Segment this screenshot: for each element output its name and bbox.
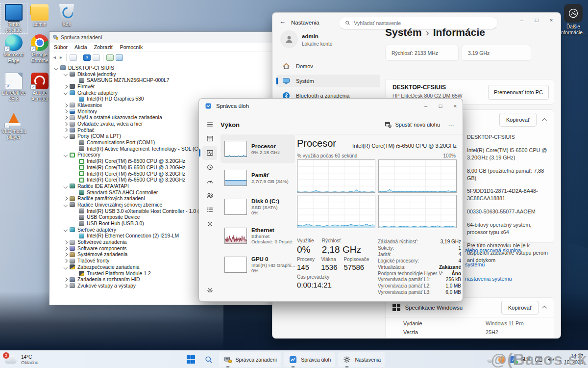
close-button[interactable]: × <box>544 13 559 27</box>
rename-pc-button[interactable]: Premenovať toto PC <box>488 85 549 100</box>
chevron-icon[interactable] <box>63 260 69 263</box>
perf-item-cpu[interactable]: Procesor0% 2,18 GHz <box>220 135 295 163</box>
chevron-icon[interactable] <box>63 123 69 126</box>
chevron-icon[interactable] <box>63 253 69 256</box>
minimize-button[interactable]: – <box>514 13 529 27</box>
forward-icon[interactable]: ► <box>59 55 63 60</box>
chevron-icon[interactable] <box>63 247 69 250</box>
chevron-up-icon[interactable] <box>542 306 547 311</box>
close-button[interactable]: × <box>448 99 463 113</box>
maximize-button[interactable]: □ <box>433 99 448 113</box>
desktop-icon-spotlight[interactable]: Ďalšie informácie... <box>558 4 588 35</box>
chevron-icon[interactable] <box>63 197 69 200</box>
tree-item[interactable]: Grafické adaptéry <box>49 90 273 96</box>
scan-hardware-icon[interactable] <box>106 54 114 61</box>
task-manager-window: Správca úloh – □ × Výkon Spustiť novú úl… <box>198 98 463 302</box>
chevron-icon[interactable] <box>63 266 69 269</box>
chevron-icon[interactable] <box>63 185 69 188</box>
chevron-icon[interactable] <box>63 73 69 76</box>
notification-badge: 2 <box>3 352 9 359</box>
tree-item-label: Myši a ostatné ukazovacie zariadenia <box>77 115 162 120</box>
tree-item[interactable]: DESKTOP-CFSIUIS <box>49 65 273 71</box>
chevron-icon[interactable] <box>63 204 69 207</box>
more-options-button[interactable]: ... <box>445 118 458 131</box>
perf-item-disk[interactable]: Disk 0 (C:)SSD (SATA)0% <box>220 193 295 221</box>
menu-item[interactable]: Zobraziť <box>91 44 117 50</box>
desktop-icon-recycle[interactable]: Kôš <box>54 4 79 27</box>
details-icon[interactable] <box>202 203 217 217</box>
desktop-icon-vlc[interactable]: ↗VLC media player <box>1 111 26 140</box>
chevron-icon[interactable] <box>63 116 69 119</box>
chevron-icon[interactable] <box>53 67 59 70</box>
stat-label: Využitie <box>297 238 314 243</box>
tree-item[interactable]: Firmvér <box>49 83 273 90</box>
search-button[interactable] <box>201 352 216 367</box>
sidebar-item-system[interactable]: Systém <box>276 75 380 87</box>
maximize-button[interactable]: □ <box>529 13 544 27</box>
list-view-icon[interactable] <box>70 54 77 61</box>
desktop-icon-admin[interactable]: admin <box>27 4 52 27</box>
start-button[interactable] <box>183 352 198 367</box>
back-icon[interactable]: ◄ <box>52 55 57 60</box>
chevron-icon[interactable] <box>63 135 69 138</box>
perf-item-eth[interactable]: EthernetEthernetOdoslané: 0 Prijaté: 16,… <box>220 222 295 250</box>
chevron-up-icon[interactable] <box>542 118 547 123</box>
tree-item[interactable]: Diskové jednotky <box>49 71 273 78</box>
services-icon[interactable] <box>202 217 217 231</box>
tree-item[interactable]: SAMSUNG MZ7LN256HCHP-000L7 <box>49 77 273 83</box>
menu-item[interactable]: Akcia <box>71 44 91 50</box>
properties-icon[interactable] <box>93 54 100 61</box>
help-icon[interactable]: ? <box>83 54 91 61</box>
task-manager-titlebar[interactable]: Správca úloh – □ × <box>199 99 463 113</box>
device-manager-titlebar[interactable]: Správca zariadení <box>49 32 273 43</box>
desktop-icon-libre[interactable]: ↗LibreOffice 25.8 <box>1 73 26 102</box>
device-spec-header: Kopírovať <box>499 110 554 130</box>
menu-item[interactable]: Súbor <box>50 44 71 50</box>
chevron-icon[interactable] <box>63 228 69 231</box>
new-task-icon <box>385 121 392 128</box>
tree-item-label: DESKTOP-CFSIUIS <box>68 65 114 71</box>
chevron-icon[interactable] <box>63 110 69 113</box>
taskbar-app-devmgr[interactable]: Správca zariadení <box>219 352 282 367</box>
chevron-icon[interactable] <box>63 104 69 107</box>
chevron-icon[interactable] <box>63 154 69 157</box>
chevron-icon[interactable] <box>63 285 69 288</box>
avatar[interactable] <box>280 30 298 48</box>
settings-gear-icon[interactable] <box>202 283 217 297</box>
chevron-icon[interactable] <box>63 278 69 281</box>
home-icon <box>282 62 290 70</box>
startup-apps-icon[interactable] <box>202 174 217 188</box>
menu-item[interactable]: Pomocník <box>117 44 147 50</box>
back-icon[interactable]: ← <box>279 18 286 25</box>
minimize-button[interactable]: – <box>418 99 433 113</box>
port-icon <box>79 140 84 145</box>
perf-item-gpu[interactable]: GPU 0Intel(R) HD Graphi...0% <box>220 251 295 279</box>
copy-button[interactable]: Kopírovať <box>501 301 539 315</box>
stat-value: Zakázané <box>439 264 461 271</box>
chevron-icon[interactable] <box>63 241 69 244</box>
perf-item-mem[interactable]: Pamäť2,7/7,9 GB (34%) <box>220 164 295 192</box>
processes-icon[interactable] <box>202 131 217 146</box>
taskbar-app-settings[interactable]: Nastavenia <box>338 352 385 367</box>
desktop-icon-edge[interactable]: ↗Microsoft Edge <box>1 34 26 63</box>
desktop: Tento počítačadminKôš↗Microsoft Edge↗Goo… <box>0 0 588 368</box>
breadcrumb-separator: › <box>426 26 429 38</box>
chevron-icon[interactable] <box>63 85 69 88</box>
computer-icon[interactable] <box>116 54 123 61</box>
desktop-icon-thispc[interactable]: Tento počítač <box>1 4 26 33</box>
chevron-icon[interactable] <box>63 129 69 131</box>
breadcrumb-parent[interactable]: Systém <box>385 26 422 38</box>
run-new-task-button[interactable]: Spustiť novú úlohu <box>380 118 445 131</box>
sidebar-item-home[interactable]: Domov <box>276 60 380 73</box>
users-icon[interactable] <box>202 188 217 203</box>
app-history-icon[interactable] <box>202 160 217 174</box>
menu-icon[interactable] <box>202 117 217 131</box>
copy-button[interactable]: Kopírovať <box>499 113 537 127</box>
chevron-icon[interactable] <box>63 91 69 94</box>
search-input[interactable] <box>354 20 491 26</box>
perf-item-sub: 0% <box>251 268 295 273</box>
weather-widget[interactable]: 2 14°C Oblačno <box>0 354 103 365</box>
taskbar-app-taskmgr[interactable]: Správca úloh <box>284 352 335 367</box>
stat-value: 256 kB <box>446 277 461 283</box>
performance-icon[interactable] <box>202 146 217 160</box>
